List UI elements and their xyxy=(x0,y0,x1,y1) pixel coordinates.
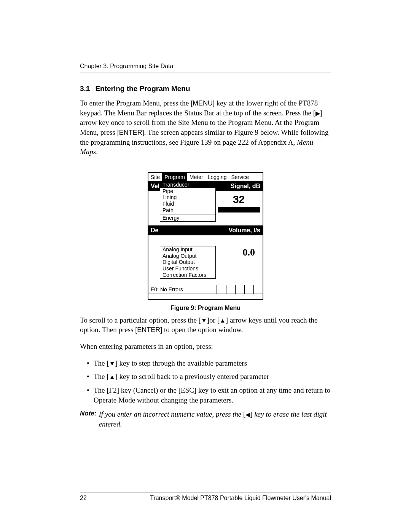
figure-caption: Figure 9: Program Menu xyxy=(170,305,241,312)
status-cell xyxy=(235,285,244,294)
dd-analog-output[interactable]: Analog Output xyxy=(160,253,215,259)
paragraph-2: To scroll to a particular option, press … xyxy=(80,315,331,335)
section-heading: 3.1Entering the Program Menu xyxy=(80,85,331,93)
page-footer: 22 Transport® Model PT878 Portable Liqui… xyxy=(80,492,331,502)
right-arrow-icon: ▶ xyxy=(315,110,320,117)
dd-analog-input[interactable]: Analog Input xyxy=(160,246,215,253)
status-cell xyxy=(253,285,263,294)
signal-value: 32 xyxy=(215,193,263,206)
bullet-1: The [▼] key to step through the availabl… xyxy=(87,358,331,368)
bullet-2: The [▲] key to scroll back to a previous… xyxy=(87,372,331,382)
row1-right: Signal, dB xyxy=(231,183,260,190)
key-f2: [F2] xyxy=(107,386,119,394)
section-title: Entering the Program Menu xyxy=(95,85,190,93)
signal-bar xyxy=(218,207,260,212)
up-arrow-icon: ▲ xyxy=(220,318,226,324)
chapter-header: Chapter 3. Programming Site Data xyxy=(80,63,331,70)
row1-left: Vel xyxy=(151,183,159,190)
down-arrow-icon: ▼ xyxy=(109,361,115,367)
status-row: E0: No Errors xyxy=(148,285,263,294)
tab-logging[interactable]: Logging xyxy=(206,173,229,181)
row2-right: Volume, l/s xyxy=(229,227,260,234)
status-cell xyxy=(244,285,253,294)
footer-title: Transport® Model PT878 Portable Liquid F… xyxy=(150,495,331,502)
dd-user-functions[interactable]: User Functions xyxy=(160,265,215,272)
dd-transducer[interactable]: Transducer xyxy=(160,182,215,188)
left-arrow-icon: ◀ xyxy=(245,412,250,418)
dd-correction-factors[interactable]: Correction Factors xyxy=(160,272,215,278)
bullet-list: The [▼] key to step through the availabl… xyxy=(80,358,331,405)
note-label: Note: xyxy=(80,409,96,429)
tab-meter[interactable]: Meter xyxy=(187,173,206,181)
header-row-2: De Volume, l/s xyxy=(148,225,263,235)
key-menu: [MENU] xyxy=(191,99,215,107)
paragraph-3: When entering parameters in an option, p… xyxy=(80,342,331,351)
dd-path[interactable]: Path xyxy=(160,207,215,214)
bullet-3: The [F2] key (Cancel) or the [ESC] key t… xyxy=(87,385,331,405)
dd-energy[interactable]: Energy xyxy=(160,215,215,221)
key-esc: [ESC] xyxy=(178,386,197,394)
page-number: 22 xyxy=(80,495,87,502)
dd-lining[interactable]: Lining xyxy=(160,194,215,201)
bottom-strip xyxy=(148,294,263,299)
error-text: E0: No Errors xyxy=(148,285,217,294)
tab-program[interactable]: Program xyxy=(162,173,187,181)
footer-rule xyxy=(80,492,331,492)
header-rule xyxy=(80,72,331,72)
tab-site[interactable]: Site xyxy=(148,173,162,181)
status-cell xyxy=(226,285,235,294)
figure-9: Site Program Meter Logging Service Vel S… xyxy=(80,172,331,312)
menu-bar: Site Program Meter Logging Service xyxy=(148,173,263,181)
down-arrow-icon: ▼ xyxy=(201,318,207,324)
key-enter: [ENTER] xyxy=(117,129,144,136)
dd-digital-output[interactable]: Digital Output xyxy=(160,259,215,265)
up-arrow-icon: ▲ xyxy=(109,374,115,380)
program-dropdown-group1[interactable]: Transducer Pipe Lining Fluid Path Energy xyxy=(160,181,216,222)
row2-left: De xyxy=(151,227,158,234)
program-dropdown-group2[interactable]: Analog Input Analog Output Digital Outpu… xyxy=(160,246,216,279)
tab-service[interactable]: Service xyxy=(229,173,251,181)
dd-pipe[interactable]: Pipe xyxy=(160,188,215,195)
note: Note: If you enter an incorrect numeric … xyxy=(80,409,331,429)
section-number: 3.1 xyxy=(80,85,90,93)
device-screen: Site Program Meter Logging Service Vel S… xyxy=(148,172,263,300)
dd-fluid[interactable]: Fluid xyxy=(160,201,215,207)
key-enter: [ENTER] xyxy=(135,326,162,334)
status-cell xyxy=(217,285,226,294)
paragraph-1: To enter the Program Menu, press the [ME… xyxy=(80,98,331,157)
